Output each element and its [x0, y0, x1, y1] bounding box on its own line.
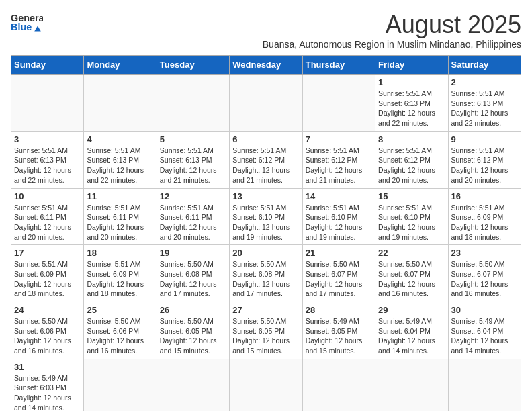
calendar-week-row: 31Sunrise: 5:49 AM Sunset: 6:03 PM Dayli… [11, 359, 521, 411]
day-info: Sunrise: 5:51 AM Sunset: 6:13 PM Dayligh… [87, 146, 153, 185]
day-number: 19 [160, 248, 226, 258]
day-number: 6 [232, 134, 299, 144]
day-number: 22 [378, 248, 445, 258]
calendar-week-row: 17Sunrise: 5:51 AM Sunset: 6:09 PM Dayli… [11, 245, 521, 302]
weekday-header-saturday: Saturday [448, 56, 521, 75]
svg-marker-2 [34, 26, 41, 31]
day-info: Sunrise: 5:50 AM Sunset: 6:06 PM Dayligh… [87, 316, 153, 356]
day-number: 23 [451, 248, 518, 258]
calendar-day-cell: 27Sunrise: 5:50 AM Sunset: 6:05 PM Dayli… [230, 302, 302, 359]
day-number: 29 [378, 305, 445, 315]
day-number: 12 [160, 191, 226, 201]
calendar-day-cell: 15Sunrise: 5:51 AM Sunset: 6:10 PM Dayli… [375, 188, 448, 245]
calendar-day-cell [11, 75, 84, 132]
day-number: 27 [232, 305, 299, 315]
calendar-day-cell [302, 75, 375, 132]
calendar-day-cell [84, 75, 157, 132]
day-info: Sunrise: 5:49 AM Sunset: 6:03 PM Dayligh… [14, 373, 81, 411]
day-number: 1 [378, 77, 445, 87]
day-info: Sunrise: 5:50 AM Sunset: 6:06 PM Dayligh… [14, 316, 81, 356]
calendar-week-row: 10Sunrise: 5:51 AM Sunset: 6:11 PM Dayli… [11, 188, 521, 245]
calendar-day-cell: 2Sunrise: 5:51 AM Sunset: 6:13 PM Daylig… [448, 75, 521, 132]
day-info: Sunrise: 5:51 AM Sunset: 6:12 PM Dayligh… [306, 146, 372, 185]
day-number: 30 [451, 305, 518, 315]
weekday-header-wednesday: Wednesday [230, 56, 302, 75]
weekday-header-tuesday: Tuesday [157, 56, 229, 75]
calendar-day-cell: 6Sunrise: 5:51 AM Sunset: 6:12 PM Daylig… [230, 131, 302, 188]
day-number: 26 [160, 305, 226, 315]
calendar-day-cell: 20Sunrise: 5:50 AM Sunset: 6:08 PM Dayli… [230, 245, 302, 302]
calendar-day-cell: 22Sunrise: 5:50 AM Sunset: 6:07 PM Dayli… [375, 245, 448, 302]
day-number: 25 [87, 305, 153, 315]
calendar-day-cell: 19Sunrise: 5:50 AM Sunset: 6:08 PM Dayli… [157, 245, 229, 302]
calendar-day-cell: 1Sunrise: 5:51 AM Sunset: 6:13 PM Daylig… [375, 75, 448, 132]
day-info: Sunrise: 5:51 AM Sunset: 6:12 PM Dayligh… [232, 146, 299, 185]
weekday-header-row: SundayMondayTuesdayWednesdayThursdayFrid… [11, 56, 521, 75]
calendar-day-cell: 31Sunrise: 5:49 AM Sunset: 6:03 PM Dayli… [11, 359, 84, 411]
calendar-day-cell: 16Sunrise: 5:51 AM Sunset: 6:09 PM Dayli… [448, 188, 521, 245]
calendar-day-cell: 13Sunrise: 5:51 AM Sunset: 6:10 PM Dayli… [230, 188, 302, 245]
calendar-day-cell: 21Sunrise: 5:50 AM Sunset: 6:07 PM Dayli… [302, 245, 375, 302]
day-number: 18 [87, 248, 153, 258]
calendar-day-cell: 4Sunrise: 5:51 AM Sunset: 6:13 PM Daylig… [84, 131, 157, 188]
calendar-day-cell: 3Sunrise: 5:51 AM Sunset: 6:13 PM Daylig… [11, 131, 84, 188]
generalblue-logo-icon: General Blue [11, 11, 43, 38]
calendar-day-cell: 29Sunrise: 5:49 AM Sunset: 6:04 PM Dayli… [375, 302, 448, 359]
day-info: Sunrise: 5:50 AM Sunset: 6:08 PM Dayligh… [232, 259, 299, 299]
calendar-title-area: August 2025 Buansa, Autonomous Region in… [263, 11, 521, 50]
month-year-title: August 2025 [263, 11, 521, 39]
page-header: General Blue August 2025 Buansa, Autonom… [11, 11, 521, 50]
day-number: 2 [451, 77, 518, 87]
day-number: 24 [14, 305, 81, 315]
weekday-header-monday: Monday [84, 56, 157, 75]
day-info: Sunrise: 5:51 AM Sunset: 6:13 PM Dayligh… [378, 89, 445, 128]
day-info: Sunrise: 5:51 AM Sunset: 6:10 PM Dayligh… [306, 203, 372, 242]
day-number: 15 [378, 191, 445, 201]
calendar-day-cell: 8Sunrise: 5:51 AM Sunset: 6:12 PM Daylig… [375, 131, 448, 188]
calendar-day-cell: 24Sunrise: 5:50 AM Sunset: 6:06 PM Dayli… [11, 302, 84, 359]
calendar-day-cell: 12Sunrise: 5:51 AM Sunset: 6:11 PM Dayli… [157, 188, 229, 245]
logo: General Blue [11, 11, 43, 38]
day-info: Sunrise: 5:50 AM Sunset: 6:07 PM Dayligh… [306, 259, 372, 299]
day-info: Sunrise: 5:49 AM Sunset: 6:05 PM Dayligh… [306, 316, 372, 356]
day-number: 8 [378, 134, 445, 144]
calendar-day-cell [302, 359, 375, 411]
day-info: Sunrise: 5:51 AM Sunset: 6:09 PM Dayligh… [87, 259, 153, 299]
day-number: 13 [232, 191, 299, 201]
calendar-day-cell: 26Sunrise: 5:50 AM Sunset: 6:05 PM Dayli… [157, 302, 229, 359]
day-info: Sunrise: 5:51 AM Sunset: 6:12 PM Dayligh… [451, 146, 518, 185]
calendar-week-row: 1Sunrise: 5:51 AM Sunset: 6:13 PM Daylig… [11, 75, 521, 132]
day-number: 4 [87, 134, 153, 144]
day-info: Sunrise: 5:50 AM Sunset: 6:05 PM Dayligh… [232, 316, 299, 356]
calendar-table: SundayMondayTuesdayWednesdayThursdayFrid… [11, 55, 521, 411]
day-info: Sunrise: 5:51 AM Sunset: 6:11 PM Dayligh… [160, 203, 226, 242]
day-number: 21 [306, 248, 372, 258]
calendar-day-cell [157, 359, 229, 411]
day-info: Sunrise: 5:51 AM Sunset: 6:09 PM Dayligh… [14, 259, 81, 299]
day-number: 10 [14, 191, 81, 201]
calendar-day-cell: 5Sunrise: 5:51 AM Sunset: 6:13 PM Daylig… [157, 131, 229, 188]
day-info: Sunrise: 5:50 AM Sunset: 6:07 PM Dayligh… [451, 259, 518, 299]
day-number: 3 [14, 134, 81, 144]
calendar-day-cell [448, 359, 521, 411]
day-info: Sunrise: 5:51 AM Sunset: 6:13 PM Dayligh… [160, 146, 226, 185]
day-number: 11 [87, 191, 153, 201]
location-subtitle: Buansa, Autonomous Region in Muslim Mind… [263, 39, 521, 50]
calendar-day-cell: 28Sunrise: 5:49 AM Sunset: 6:05 PM Dayli… [302, 302, 375, 359]
calendar-day-cell: 25Sunrise: 5:50 AM Sunset: 6:06 PM Dayli… [84, 302, 157, 359]
svg-text:Blue: Blue [11, 21, 32, 32]
calendar-day-cell: 14Sunrise: 5:51 AM Sunset: 6:10 PM Dayli… [302, 188, 375, 245]
calendar-week-row: 24Sunrise: 5:50 AM Sunset: 6:06 PM Dayli… [11, 302, 521, 359]
day-info: Sunrise: 5:51 AM Sunset: 6:11 PM Dayligh… [14, 203, 81, 242]
day-info: Sunrise: 5:50 AM Sunset: 6:05 PM Dayligh… [160, 316, 226, 356]
day-number: 16 [451, 191, 518, 201]
calendar-day-cell [230, 75, 302, 132]
calendar-day-cell: 23Sunrise: 5:50 AM Sunset: 6:07 PM Dayli… [448, 245, 521, 302]
calendar-day-cell: 10Sunrise: 5:51 AM Sunset: 6:11 PM Dayli… [11, 188, 84, 245]
day-info: Sunrise: 5:51 AM Sunset: 6:10 PM Dayligh… [378, 203, 445, 242]
day-number: 17 [14, 248, 81, 258]
day-info: Sunrise: 5:51 AM Sunset: 6:10 PM Dayligh… [232, 203, 299, 242]
calendar-day-cell: 30Sunrise: 5:49 AM Sunset: 6:04 PM Dayli… [448, 302, 521, 359]
calendar-day-cell [157, 75, 229, 132]
calendar-day-cell: 18Sunrise: 5:51 AM Sunset: 6:09 PM Dayli… [84, 245, 157, 302]
